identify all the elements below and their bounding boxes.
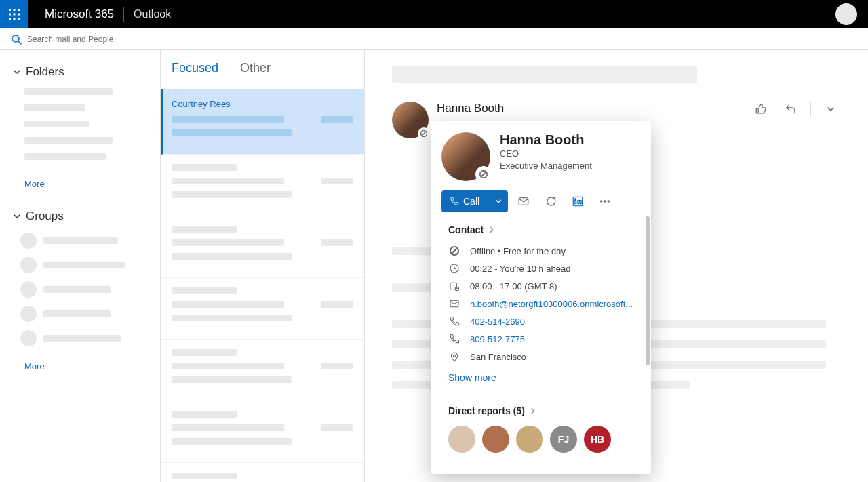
svg-point-19 [601,201,602,202]
contact-avatar [441,132,490,181]
more-groups-link[interactable]: More [24,361,160,371]
contact-actions: Call [431,181,651,222]
localtime-row: 00:22 - You're 10 h ahead [431,260,651,277]
svg-line-23 [452,248,457,254]
show-more-link[interactable]: Show more [431,365,651,393]
section-label: Direct reports (5) [448,405,525,416]
email-row[interactable]: h.booth@netorgft10300006.onmicrosoft... [431,295,651,313]
account-avatar[interactable] [835,3,857,25]
mail-icon [449,298,460,309]
scrollbar[interactable] [646,216,650,365]
message-item[interactable] [161,463,364,482]
reports-section-header[interactable]: Direct reports (5) [431,403,651,423]
group-item[interactable] [20,257,160,273]
message-item[interactable] [161,401,364,463]
phone-link[interactable]: 402-514-2690 [470,317,525,327]
linkedin-icon [572,195,584,207]
group-item[interactable] [20,330,160,346]
svg-rect-3 [9,14,11,16]
message-item[interactable] [161,278,364,340]
tab-other[interactable]: Other [240,61,271,78]
contact-card: Hanna Booth CEO Executive Management Cal… [431,121,651,474]
contact-section-header[interactable]: Contact [431,222,651,242]
search-bar [0,28,868,50]
status-row: Offline • Free for the day [431,242,651,260]
group-item[interactable] [20,306,160,322]
divider [810,102,811,117]
svg-point-18 [575,199,576,200]
chevron-down-icon [494,197,502,205]
folder-item[interactable] [24,137,113,144]
group-item[interactable] [20,233,160,249]
chevron-right-icon [529,407,537,415]
section-label: Folders [26,65,64,79]
chevron-right-icon [488,226,496,234]
waffle-icon [8,8,20,20]
svg-rect-15 [519,198,528,205]
send-mail-button[interactable] [512,190,535,212]
call-split-button: Call [441,190,508,212]
folder-item[interactable] [24,121,89,127]
call-button[interactable]: Call [441,190,488,212]
phone-row[interactable]: 809-512-7775 [431,330,651,348]
location-row: San Francisco [431,348,651,365]
svg-rect-4 [14,14,16,16]
brand-name[interactable]: Microsoft 365 [45,7,114,21]
app-header: Microsoft 365 Outlook [0,0,868,28]
divider [448,393,633,393]
linkedin-button[interactable] [566,190,589,212]
message-item[interactable] [161,340,364,401]
message-item[interactable]: Courtney Rees [161,89,364,155]
svg-rect-7 [14,18,16,20]
chevron-down-icon [12,212,22,221]
svg-rect-6 [9,18,11,20]
folders-header[interactable]: Folders [12,65,160,79]
phone-icon [450,197,459,206]
groups-header[interactable]: Groups [12,209,160,223]
direct-reports-list: FJ HB [431,423,651,465]
phone-icon [449,316,460,327]
report-avatar[interactable]: HB [584,426,611,453]
mail-icon [517,195,530,207]
message-from: Courtney Rees [172,99,353,109]
more-folders-link[interactable]: More [24,179,160,189]
reply-icon [785,103,797,115]
sender-avatar[interactable] [392,102,429,138]
phone-link[interactable]: 809-512-7775 [470,334,525,344]
email-link[interactable]: h.booth@netorgft10300006.onmicrosoft... [470,299,633,309]
chevron-down-icon [826,104,835,114]
message-item[interactable] [161,155,364,216]
phone-row[interactable]: 402-514-2690 [431,313,651,330]
folder-item[interactable] [24,153,106,160]
message-actions [751,99,841,119]
report-avatar[interactable] [482,426,509,453]
like-button[interactable] [751,99,771,119]
search-icon [11,34,22,45]
folder-item[interactable] [24,88,113,95]
report-avatar[interactable]: FJ [550,426,577,453]
chat-button[interactable] [539,190,562,212]
call-dropdown-button[interactable] [488,190,508,212]
contact-role: CEO [500,148,592,160]
chat-icon [545,195,557,207]
message-item[interactable] [161,216,364,278]
thumbs-up-icon [755,103,767,115]
svg-point-28 [453,355,455,357]
localtime-text: 00:22 - You're 10 h ahead [470,264,571,274]
app-name[interactable]: Outlook [134,8,171,20]
presence-offline-icon [475,166,492,182]
tab-focused[interactable]: Focused [172,61,218,78]
folder-item[interactable] [24,104,85,111]
app-launcher-button[interactable] [0,0,28,28]
report-avatar[interactable] [448,426,475,453]
search-input[interactable] [27,35,163,44]
divider [123,7,124,22]
group-item[interactable] [20,281,160,298]
sender-name[interactable]: Hanna Booth [437,102,504,115]
clock-icon [449,263,460,274]
overflow-button[interactable] [593,190,616,212]
inbox-tabs: Focused Other [161,50,364,89]
reply-button[interactable] [781,99,801,119]
report-avatar[interactable] [516,426,543,453]
more-actions-button[interactable] [821,99,841,119]
